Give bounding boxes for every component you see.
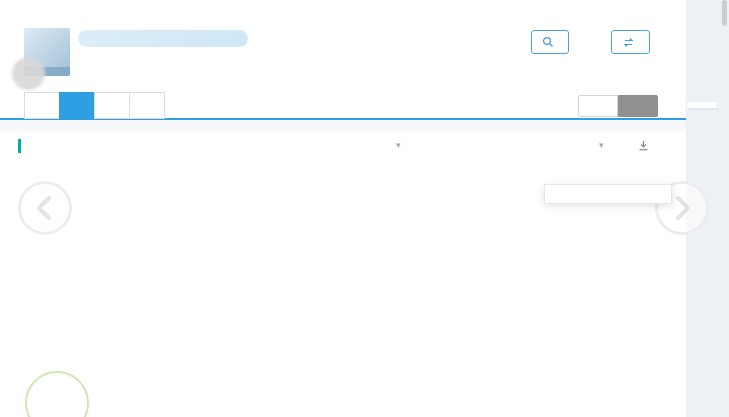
- toggle-pc[interactable]: [578, 95, 618, 117]
- product-search-button[interactable]: [531, 30, 569, 54]
- chart-tooltip: [544, 184, 672, 204]
- chevron-right-icon: [671, 195, 693, 221]
- device-toggle: [578, 95, 658, 117]
- chevron-down-icon: ▾: [599, 140, 604, 150]
- tab-source-destination[interactable]: [24, 92, 59, 119]
- date-dropdown[interactable]: ▾: [393, 140, 401, 150]
- carousel-prev-button[interactable]: [18, 181, 72, 235]
- thermometer-icon: [622, 37, 635, 48]
- scrollbar-thumb[interactable]: [722, 0, 727, 26]
- blurred-product-title: [78, 30, 248, 47]
- tab-sales-analysis[interactable]: [59, 92, 94, 119]
- search-icon: [542, 36, 554, 48]
- toggle-wireless[interactable]: [618, 95, 658, 117]
- tab-visitor-analysis[interactable]: [94, 92, 129, 119]
- single-item-analysis-page: ▾ ▾: [0, 0, 729, 417]
- metric-dropdown[interactable]: ▾: [596, 140, 604, 150]
- product-thermometer-button[interactable]: [611, 30, 650, 54]
- section-accent-bar: [18, 139, 21, 153]
- data-insight-badge: [25, 371, 89, 417]
- chevron-left-icon: [34, 195, 56, 221]
- download-icon: [638, 140, 649, 154]
- blurred-avatar: [12, 57, 45, 90]
- download-button[interactable]: [638, 140, 652, 154]
- content-divider-band: [0, 120, 686, 131]
- tab-promotion-analysis[interactable]: [129, 92, 165, 119]
- chevron-down-icon: ▾: [396, 140, 401, 150]
- analysis-tabbar: [24, 92, 165, 119]
- try-new-version-button[interactable]: [687, 102, 717, 108]
